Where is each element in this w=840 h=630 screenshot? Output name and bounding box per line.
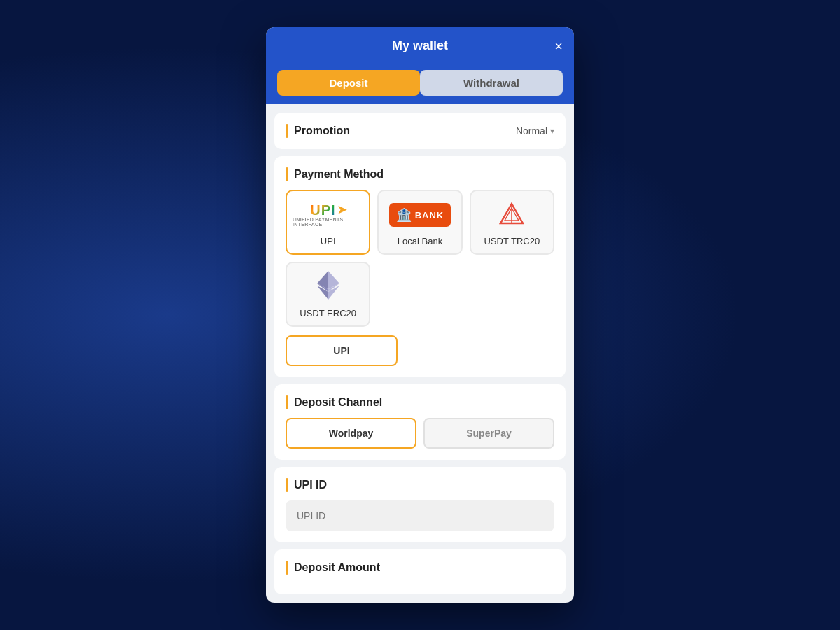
localbank-logo: 🏦 BANK: [389, 200, 451, 230]
tab-withdrawal[interactable]: Withdrawal: [420, 70, 563, 96]
upi-id-title: UPI ID: [294, 479, 327, 491]
payment-method-title: Payment Method: [294, 168, 384, 181]
usdt-erc20-logo: [315, 272, 342, 302]
payment-label-usdt-erc20: USDT ERC20: [300, 308, 356, 318]
channel-worldpay[interactable]: Worldpay: [286, 418, 416, 449]
deposit-channel-buttons: Worldpay SuperPay: [286, 418, 554, 449]
promotion-title: Promotion: [294, 125, 350, 137]
modal-body: Promotion Normal ▾ Payment Method: [266, 104, 574, 603]
bank-icon: 🏦: [396, 207, 412, 223]
bank-text: BANK: [415, 210, 444, 220]
promotion-dropdown[interactable]: Normal ▾: [516, 125, 554, 136]
upi-id-accent: [286, 478, 288, 492]
upi-id-section: UPI ID: [274, 467, 566, 542]
tab-deposit[interactable]: Deposit: [277, 70, 420, 96]
deposit-amount-title: Deposit Amount: [294, 561, 380, 574]
channel-superpay[interactable]: SuperPay: [424, 418, 554, 449]
tab-bar: Deposit Withdrawal: [266, 64, 574, 104]
selected-method-button[interactable]: UPI: [286, 335, 398, 366]
close-button[interactable]: ×: [554, 39, 563, 53]
payment-card-upi[interactable]: UPI ➤ UNIFIED PAYMENTS INTERFACE UPI: [286, 190, 370, 255]
upi-logo: UPI ➤ UNIFIED PAYMENTS INTERFACE: [293, 200, 363, 230]
usdt-trc20-logo: [498, 200, 526, 230]
payment-grid: UPI ➤ UNIFIED PAYMENTS INTERFACE UPI 🏦 B: [286, 190, 554, 327]
modal-header: My wallet ×: [266, 27, 574, 64]
deposit-amount-header: Deposit Amount: [286, 561, 554, 575]
payment-card-localbank[interactable]: 🏦 BANK Local Bank: [377, 190, 462, 255]
deposit-channel-section: Deposit Channel Worldpay SuperPay: [274, 384, 566, 460]
payment-method-header: Payment Method: [286, 167, 554, 181]
payment-label-localbank: Local Bank: [398, 236, 442, 246]
modal-title: My wallet: [392, 38, 448, 53]
promotion-left: Promotion: [286, 124, 350, 138]
chevron-down-icon: ▾: [550, 126, 554, 136]
payment-method-accent: [286, 167, 288, 181]
promotion-section: Promotion Normal ▾: [274, 113, 566, 149]
payment-method-section: Payment Method UPI ➤ UNIFIED PAYMENTS IN…: [274, 156, 566, 377]
promotion-value: Normal: [516, 125, 547, 136]
payment-label-upi: UPI: [321, 236, 336, 246]
promotion-row: Promotion Normal ▾: [286, 124, 554, 138]
deposit-amount-section: Deposit Amount: [274, 550, 566, 594]
payment-card-usdt-trc20[interactable]: USDT TRC20: [470, 190, 554, 255]
deposit-channel-header: Deposit Channel: [286, 396, 554, 410]
payment-card-usdt-erc20[interactable]: USDT ERC20: [286, 262, 370, 327]
wallet-modal: My wallet × Deposit Withdrawal Promotion…: [266, 27, 574, 603]
promotion-accent: [286, 124, 288, 138]
payment-label-usdt-trc20: USDT TRC20: [484, 236, 540, 246]
deposit-channel-accent: [286, 396, 288, 410]
deposit-channel-title: Deposit Channel: [294, 396, 382, 409]
deposit-amount-accent: [286, 561, 288, 575]
upi-id-input[interactable]: [286, 500, 554, 531]
upi-id-header: UPI ID: [286, 478, 554, 492]
